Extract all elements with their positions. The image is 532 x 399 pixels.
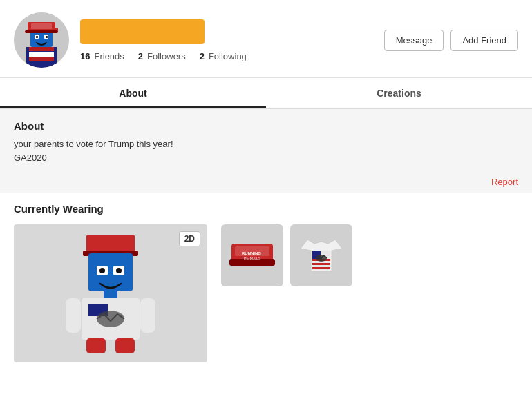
svg-rect-29: [115, 338, 135, 353]
tab-about[interactable]: About: [0, 78, 266, 108]
svg-rect-9: [46, 36, 48, 38]
svg-rect-40: [312, 267, 330, 269]
about-line2: GA2020: [14, 151, 518, 165]
svg-rect-13: [31, 23, 52, 29]
followers-label: Followers: [147, 51, 186, 61]
avatar: [14, 12, 69, 68]
svg-rect-8: [36, 36, 38, 38]
about-title: About: [14, 120, 518, 132]
profile-header: 16 Friends 2 Followers 2 Following Messa…: [0, 0, 532, 78]
tab-creations[interactable]: Creations: [266, 78, 532, 108]
svg-rect-27: [140, 298, 155, 333]
svg-text:THE BULLS: THE BULLS: [242, 256, 261, 260]
svg-rect-26: [66, 298, 81, 333]
profile-actions: Message Add Friend: [384, 30, 518, 51]
list-item: [290, 224, 352, 286]
username-bar: [80, 19, 205, 44]
friends-count: 16: [80, 51, 90, 61]
report-row: Report: [0, 171, 532, 193]
wearing-content: 2D: [14, 224, 518, 362]
svg-text:RUNNING: RUNNING: [242, 251, 261, 255]
stats-row: 16 Friends 2 Followers 2 Following: [80, 51, 384, 61]
svg-rect-2: [29, 47, 54, 51]
tabs-bar: About Creations: [0, 78, 532, 109]
profile-info: 16 Friends 2 Followers 2 Following: [69, 19, 384, 61]
about-section: About your parents to vote for Trump thi…: [0, 109, 532, 171]
add-friend-button[interactable]: Add Friend: [450, 30, 518, 51]
followers-count: 2: [138, 51, 143, 61]
currently-wearing-section: Currently Wearing 2D: [0, 193, 532, 376]
svg-point-20: [116, 268, 122, 273]
2d-badge: 2D: [179, 231, 200, 246]
message-button[interactable]: Message: [384, 30, 444, 51]
section-title: Currently Wearing: [14, 203, 518, 215]
svg-rect-21: [104, 291, 117, 298]
about-line1: your parents to vote for Trump this year…: [14, 137, 518, 151]
svg-point-25: [97, 311, 124, 327]
following-count: 2: [200, 51, 205, 61]
avatar-3d-container: 2D: [14, 224, 207, 362]
svg-rect-3: [29, 52, 54, 57]
items-grid: RUNNING THE BULLS: [221, 224, 352, 286]
about-text: your parents to vote for Trump this year…: [14, 137, 518, 164]
list-item: RUNNING THE BULLS: [221, 224, 283, 286]
svg-point-19: [99, 268, 105, 273]
friends-label: Friends: [94, 51, 124, 61]
svg-rect-16: [88, 253, 133, 291]
svg-rect-4: [29, 57, 54, 61]
svg-rect-28: [86, 338, 106, 353]
report-link[interactable]: Report: [491, 177, 518, 187]
svg-rect-12: [25, 30, 58, 33]
svg-rect-39: [312, 263, 330, 265]
following-label: Following: [209, 51, 247, 61]
